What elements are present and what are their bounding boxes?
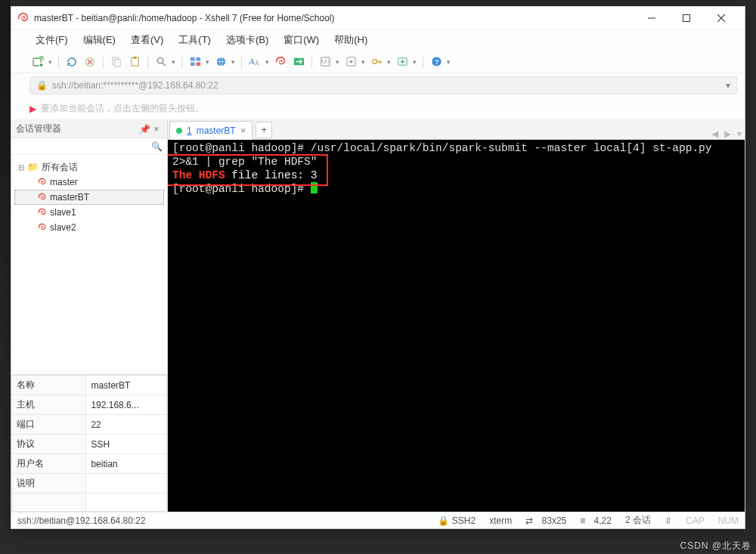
new-tab-button[interactable]: +	[256, 122, 272, 138]
svg-rect-9	[190, 57, 194, 61]
add-button[interactable]	[394, 54, 411, 70]
term-line2: 2>&1 | grep "The HDFS"	[172, 156, 317, 168]
dropdown-icon[interactable]: ▾	[335, 58, 341, 66]
xftp-button[interactable]	[290, 54, 307, 70]
svg-rect-10	[196, 57, 200, 61]
dropdown-icon[interactable]: ▾	[205, 58, 211, 66]
svg-point-20	[372, 60, 376, 64]
dropdown-icon[interactable]: ▾	[231, 58, 237, 66]
hint-bar: ▶ 要添加当前会话，点击左侧的箭头按钮。	[11, 97, 745, 120]
svg-rect-12	[196, 62, 200, 66]
status-proto: SSH2	[452, 515, 476, 526]
status-size: 83x25	[542, 515, 567, 526]
prop-user-k: 用户名	[12, 454, 86, 474]
reconnect-button[interactable]	[64, 54, 80, 70]
search-icon: 🔍	[151, 141, 163, 152]
term-prompt: [root@panli hadoop]#	[172, 142, 311, 154]
menu-file[interactable]: 文件(F)	[29, 30, 74, 50]
panel-title: 会话管理器	[16, 122, 61, 135]
lock-icon: 🔒	[438, 515, 449, 526]
tab-number: 1	[187, 125, 192, 136]
prop-host-k: 主机	[12, 395, 86, 415]
dropdown-icon[interactable]: ▾	[48, 58, 54, 66]
toolbar: ▾ ▾ ▾ ▾ AA ▾ ▾ ▾ ▾ ▾ ? ▾	[11, 51, 745, 73]
svg-rect-0	[683, 14, 690, 21]
session-icon	[38, 223, 47, 232]
svg-text:A: A	[249, 57, 255, 66]
script-button[interactable]	[317, 54, 333, 70]
session-icon	[38, 178, 47, 187]
address-text: ssh://beitian:**********@192.168.64.80:2…	[52, 80, 218, 91]
close-panel-icon[interactable]: ×	[150, 124, 163, 135]
menu-view[interactable]: 查看(V)	[125, 30, 169, 50]
panel-header[interactable]: 会话管理器 📌 ×	[11, 120, 167, 138]
dropdown-icon[interactable]: ▾	[412, 58, 418, 66]
session-manager-panel: 会话管理器 📌 × 🔍 ⊟ 📁 所有会话 master	[11, 120, 168, 512]
app-icon	[17, 12, 29, 24]
status-sessions: 2 会话	[625, 514, 651, 527]
dropdown-icon[interactable]: ▾	[386, 58, 392, 66]
terminal[interactable]: [root@panli hadoop]# /usr/local/spark/bi…	[168, 140, 745, 512]
svg-point-8	[157, 57, 163, 63]
tab-prev-icon[interactable]: ◀	[708, 128, 721, 139]
collapse-icon[interactable]: ⊟	[18, 163, 27, 172]
paste-button[interactable]	[126, 54, 143, 70]
session-item-master[interactable]: master	[14, 175, 164, 190]
xshell-icon[interactable]	[272, 54, 289, 70]
pin-icon[interactable]: 📌	[138, 124, 150, 135]
menu-window[interactable]: 窗口(W)	[277, 30, 325, 50]
session-label: slave2	[50, 222, 76, 233]
dropdown-icon[interactable]: ▾	[361, 58, 367, 66]
tab-masterbt[interactable]: 1 masterBT ×	[169, 121, 253, 140]
tab-menu-icon[interactable]: ▾	[734, 128, 745, 139]
tab-close-icon[interactable]: ×	[240, 125, 246, 136]
status-dot-icon	[176, 128, 182, 134]
session-item-slave2[interactable]: slave2	[14, 220, 164, 235]
menu-tools[interactable]: 工具(T)	[172, 30, 217, 50]
copy-button[interactable]	[108, 54, 125, 70]
tree-root[interactable]: ⊟ 📁 所有会话	[14, 159, 164, 175]
globe-button[interactable]	[212, 54, 229, 70]
close-button[interactable]	[704, 7, 739, 29]
menu-edit[interactable]: 编辑(E)	[77, 30, 122, 50]
session-search[interactable]: 🔍	[11, 138, 167, 155]
tab-bar: 1 masterBT × + ◀ ▶ ▾	[168, 120, 745, 140]
dropdown-icon[interactable]: ▾	[726, 80, 730, 91]
session-label: masterBT	[50, 192, 89, 203]
menu-help[interactable]: 帮助(H)	[328, 30, 373, 50]
minimize-button[interactable]	[634, 7, 669, 29]
hint-text: 要添加当前会话，点击左侧的箭头按钮。	[41, 102, 204, 115]
menu-tab[interactable]: 选项卡(B)	[220, 30, 274, 50]
prop-desc-v	[86, 474, 167, 494]
address-bar[interactable]: 🔒 ssh://beitian:**********@192.168.64.80…	[29, 76, 737, 94]
session-item-slave1[interactable]: slave1	[14, 205, 164, 220]
font-button[interactable]: AA	[246, 54, 263, 70]
dropdown-icon[interactable]: ▾	[265, 58, 271, 66]
term-match: The HDFS	[172, 169, 225, 181]
help-button[interactable]: ?	[428, 54, 445, 70]
updown-icon: ⥯	[665, 515, 672, 526]
flag-icon: ▶	[29, 104, 36, 114]
dropdown-icon[interactable]: ▾	[446, 58, 452, 66]
prop-desc-k: 说明	[12, 474, 86, 494]
disconnect-button[interactable]	[82, 54, 98, 70]
folder-icon: 📁	[27, 162, 39, 172]
layout-button[interactable]	[187, 54, 203, 70]
session-icon	[38, 208, 47, 217]
key-button[interactable]	[368, 54, 385, 70]
tools-button[interactable]	[342, 54, 359, 70]
tab-next-icon[interactable]: ▶	[721, 128, 734, 139]
svg-text:?: ?	[434, 58, 438, 66]
status-pos: 4,22	[594, 515, 612, 526]
find-button[interactable]	[153, 54, 169, 70]
session-properties: 名称masterBT 主机192.168.6... 端口22 协议SSH 用户名…	[11, 374, 167, 512]
titlebar[interactable]: masterBT - beitian@panli:/home/hadoop - …	[11, 7, 745, 29]
svg-text:A: A	[255, 60, 259, 67]
window-title: masterBT - beitian@panli:/home/hadoop - …	[34, 13, 334, 23]
prop-name-k: 名称	[12, 376, 86, 395]
session-item-masterbt[interactable]: masterBT	[14, 190, 164, 205]
new-session-button[interactable]	[29, 54, 46, 70]
dropdown-icon[interactable]: ▾	[171, 58, 177, 66]
session-tree[interactable]: ⊟ 📁 所有会话 master masterBT slave1	[11, 155, 167, 374]
maximize-button[interactable]	[669, 7, 704, 29]
